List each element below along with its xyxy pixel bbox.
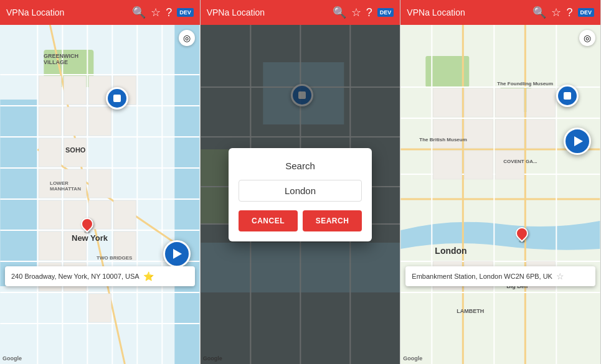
dev-badge-3: DEV — [578, 8, 595, 17]
search-icon-3[interactable]: 🔍 — [532, 6, 546, 19]
svg-rect-0 — [0, 100, 37, 286]
target-icon-1[interactable]: ◎ — [179, 30, 195, 46]
district-greenwich: GREENWICHVILLAGE — [44, 53, 78, 65]
search-dialog: Search CANCEL SEARCH — [229, 148, 372, 241]
header-london: VPNa Location 🔍 ☆ ? DEV — [400, 0, 600, 25]
museum-british: The British Museum — [419, 137, 466, 142]
svg-rect-24 — [39, 107, 61, 136]
search-button[interactable]: SEARCH — [303, 210, 362, 231]
panel-search: VPNa Location 🔍 ☆ ? DEV Search — [201, 0, 401, 364]
svg-rect-69 — [527, 88, 556, 117]
district-two-bridges: TWO BRIDGES — [97, 255, 132, 261]
cancel-button[interactable]: CANCEL — [239, 210, 298, 231]
svg-rect-74 — [433, 151, 462, 179]
svg-rect-71 — [465, 119, 493, 148]
favorite-star-3[interactable]: ☆ — [556, 271, 564, 281]
svg-rect-27 — [39, 138, 61, 167]
search-dialog-title: Search — [239, 161, 362, 171]
svg-rect-31 — [88, 169, 111, 198]
play-button-3[interactable] — [564, 128, 591, 155]
svg-rect-20 — [39, 76, 61, 105]
map-london: ◎ The Foundling Museum The British Museu… — [400, 25, 600, 364]
dev-badge-2: DEV — [377, 8, 394, 17]
help-icon-2[interactable]: ? — [366, 6, 372, 19]
panel-london: VPNa Location 🔍 ☆ ? DEV — [400, 0, 601, 364]
svg-rect-21 — [64, 76, 86, 105]
district-soho: SOHO — [65, 146, 85, 154]
search-icon-1[interactable]: 🔍 — [132, 6, 146, 19]
app-title-1: VPNa Location — [6, 7, 127, 17]
svg-rect-26 — [88, 107, 111, 136]
city-new-york: New York — [72, 233, 108, 243]
dev-badge-1: DEV — [177, 8, 194, 17]
svg-rect-66 — [433, 88, 462, 117]
svg-rect-25 — [64, 107, 86, 136]
map-marker-1 — [81, 218, 93, 233]
svg-rect-68 — [496, 88, 524, 117]
location-bar-1: 240 Broadway, New York, NY 10007, USA ⭐ — [5, 266, 195, 286]
map-mid: Search CANCEL SEARCH Google — [201, 25, 400, 364]
search-input[interactable] — [239, 180, 362, 202]
search-overlay: Search CANCEL SEARCH — [201, 25, 400, 364]
star-icon-3[interactable]: ☆ — [551, 6, 561, 19]
svg-rect-1 — [174, 25, 199, 364]
svg-rect-72 — [496, 119, 524, 148]
star-icon-1[interactable]: ☆ — [151, 6, 161, 19]
city-london: London — [435, 246, 466, 256]
header-search: VPNa Location 🔍 ☆ ? DEV — [201, 0, 400, 25]
google-mark-3: Google — [403, 355, 422, 362]
stop-button-1[interactable] — [106, 87, 128, 110]
svg-rect-41 — [88, 294, 111, 322]
app-title-3: VPNa Location — [407, 7, 528, 17]
map-nyc: ◎ GREENWICHVILLAGE SOHO LOWERMANHATTAN N… — [0, 25, 200, 364]
panel-nyc: VPNa Location 🔍 ☆ ? DEV — [0, 0, 201, 364]
location-bar-3: Embankment Station, London WC2N 6PB, UK … — [405, 266, 595, 286]
location-text-3: Embankment Station, London WC2N 6PB, UK — [412, 273, 552, 280]
help-icon-3[interactable]: ? — [566, 6, 572, 19]
district-lambeth: LAMBETH — [457, 308, 484, 314]
svg-rect-70 — [433, 119, 462, 148]
district-covent: COVENT GA... — [503, 159, 537, 164]
play-button-1[interactable] — [163, 240, 191, 268]
svg-rect-35 — [113, 200, 136, 229]
svg-rect-36 — [39, 231, 61, 260]
location-text-1: 240 Broadway, New York, NY 10007, USA — [11, 273, 140, 280]
svg-rect-76 — [496, 151, 524, 179]
search-icon-2[interactable]: 🔍 — [333, 6, 346, 19]
svg-rect-67 — [465, 88, 493, 117]
museum-foundling: The Foundling Museum — [497, 81, 553, 86]
district-lower-manhattan: LOWERMANHATTAN — [50, 180, 81, 192]
map-marker-3 — [516, 227, 528, 243]
google-mark-1: Google — [2, 355, 22, 362]
search-buttons: CANCEL SEARCH — [239, 210, 362, 231]
svg-rect-73 — [527, 119, 556, 148]
app-title-2: VPNa Location — [207, 7, 328, 17]
help-icon-1[interactable]: ? — [166, 6, 172, 19]
stop-button-3[interactable] — [556, 85, 579, 107]
target-icon-3[interactable]: ◎ — [579, 30, 595, 46]
star-icon-2[interactable]: ☆ — [351, 6, 361, 19]
favorite-star-1[interactable]: ⭐ — [143, 271, 154, 281]
svg-rect-75 — [465, 151, 493, 179]
svg-rect-32 — [39, 200, 61, 229]
header-nyc: VPNa Location 🔍 ☆ ? DEV — [0, 0, 200, 25]
